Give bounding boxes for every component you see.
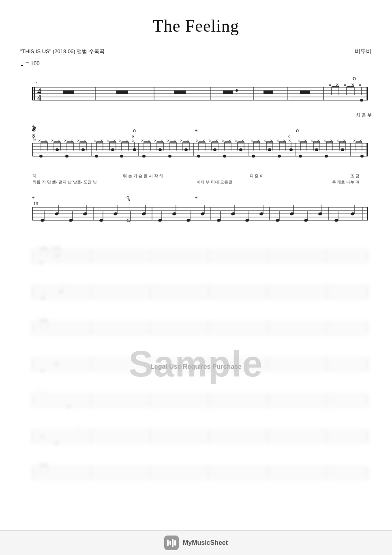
svg-point-87 xyxy=(111,148,114,151)
plus-marker-1: + xyxy=(32,123,35,129)
watermark-container: Sample Legal Use Requires Purchase xyxy=(20,237,372,490)
bottom-logo-bar: MyMusicSheet xyxy=(0,530,392,555)
svg-text:×: × xyxy=(222,138,225,144)
svg-text:×: × xyxy=(161,138,163,144)
svg-text:×: × xyxy=(263,138,266,144)
svg-text:×: × xyxy=(358,82,362,88)
svg-text:×: × xyxy=(283,138,286,144)
svg-text:×: × xyxy=(288,138,291,144)
svg-point-62 xyxy=(56,148,59,151)
svg-text:+: + xyxy=(195,127,198,133)
svg-text:×: × xyxy=(180,138,183,144)
svg-text:×: × xyxy=(71,138,73,144)
svg-point-170 xyxy=(289,148,293,151)
svg-text:×: × xyxy=(228,138,231,144)
staff-row-1: 1 4 4 xyxy=(20,73,372,118)
svg-rect-12 xyxy=(174,90,186,94)
svg-text:×: × xyxy=(119,138,122,144)
svg-text:×: × xyxy=(45,138,47,144)
svg-text:×: × xyxy=(276,138,279,144)
svg-text:o: o xyxy=(296,127,299,133)
svg-rect-13 xyxy=(223,90,233,94)
song-title: The Feeling xyxy=(20,16,372,36)
svg-point-195 xyxy=(341,148,344,151)
logo-text: MyMusicSheet xyxy=(183,539,228,546)
svg-text:×: × xyxy=(330,138,333,144)
svg-text:×: × xyxy=(323,138,326,144)
svg-text:×: × xyxy=(270,138,273,144)
svg-point-202 xyxy=(360,155,364,158)
svg-text:×: × xyxy=(209,138,212,144)
album-info: "THIS IS US" (2018.06) 앨범 수록곡 xyxy=(20,48,105,55)
svg-text:×: × xyxy=(174,138,176,144)
svg-text:×: × xyxy=(343,82,347,88)
svg-point-97 xyxy=(133,148,136,151)
svg-text:×: × xyxy=(328,82,332,88)
svg-text:×: × xyxy=(257,138,260,144)
svg-text:×: × xyxy=(113,138,116,144)
watermark-area: × × × × xyxy=(20,237,372,490)
svg-text:×: × xyxy=(154,138,157,144)
svg-text:×: × xyxy=(241,138,244,144)
svg-text:×: × xyxy=(235,138,238,144)
tempo-value: = 100 xyxy=(26,60,40,67)
svg-point-177 xyxy=(299,155,302,158)
logo-bar-2 xyxy=(169,541,171,545)
logo-bar-3 xyxy=(172,539,174,547)
logo-bar-4 xyxy=(174,540,176,546)
svg-text:o: o xyxy=(353,75,356,82)
svg-rect-16 xyxy=(300,90,310,94)
svg-text:×: × xyxy=(336,138,339,144)
svg-text:×: × xyxy=(343,138,346,144)
svg-text:4: 4 xyxy=(37,93,41,102)
svg-text:×: × xyxy=(100,138,103,144)
staff-row-3: 13 + o + o xyxy=(20,193,372,229)
svg-text:1: 1 xyxy=(36,81,38,86)
svg-text:×: × xyxy=(77,138,80,144)
svg-text:×: × xyxy=(64,138,67,144)
svg-point-104 xyxy=(142,155,146,158)
svg-text:+: + xyxy=(32,194,35,200)
svg-point-122 xyxy=(184,148,188,151)
svg-point-154 xyxy=(252,155,255,158)
logo-bar-1 xyxy=(167,540,169,546)
svg-text:o: o xyxy=(128,197,130,202)
svg-rect-11 xyxy=(116,90,128,94)
lyrics-row-1b: 외롭 기 만 했- 던지 난 날들- 도안 냥 이제 부 터내 모든걸 두 개로… xyxy=(20,179,372,185)
staff-row-2: 𝄋 + 9 + o + o 𝄋 × xyxy=(20,126,372,185)
svg-point-183 xyxy=(315,148,318,151)
svg-text:×: × xyxy=(107,138,109,144)
svg-point-81 xyxy=(95,155,98,158)
svg-text:×: × xyxy=(84,138,86,144)
svg-point-56 xyxy=(39,155,43,158)
svg-text:×: × xyxy=(317,138,320,144)
svg-rect-10 xyxy=(63,90,74,94)
lyrics-row-1: 터 뭐 는 가 슴 을 시 작 해 다 줄 아 조 금 xyxy=(20,173,372,179)
artist-name: 비투비 xyxy=(355,48,372,55)
svg-text:×: × xyxy=(94,138,96,144)
svg-text:×: × xyxy=(215,138,218,144)
svg-text:×: × xyxy=(353,138,356,144)
svg-point-141 xyxy=(223,155,226,158)
svg-text:×: × xyxy=(148,138,150,144)
svg-text:13: 13 xyxy=(33,201,38,206)
svg-point-129 xyxy=(197,155,200,158)
staff-svg-2: 9 + o + o 𝄋 × × × × × xyxy=(20,126,372,171)
svg-text:×: × xyxy=(311,138,313,144)
tempo-row: ♩ = 100 xyxy=(20,58,372,68)
svg-text:×: × xyxy=(304,138,307,144)
staff-svg-3: 13 + o + o xyxy=(20,193,372,228)
svg-point-160 xyxy=(268,148,271,151)
svg-text:×: × xyxy=(251,138,253,144)
staff-svg-1: 1 4 4 xyxy=(20,73,372,110)
svg-text:×: × xyxy=(38,138,41,144)
sheet-music-page: The Feeling "THIS IS US" (2018.06) 앨범 수록… xyxy=(0,0,392,555)
svg-point-147 xyxy=(239,148,242,151)
svg-text:×: × xyxy=(196,138,199,144)
svg-text:×: × xyxy=(298,138,300,144)
title-section: The Feeling xyxy=(20,16,372,36)
svg-text:×: × xyxy=(202,138,205,144)
svg-text:×: × xyxy=(186,138,189,144)
tempo-note-icon: ♩ xyxy=(20,58,24,68)
svg-point-189 xyxy=(325,155,328,158)
